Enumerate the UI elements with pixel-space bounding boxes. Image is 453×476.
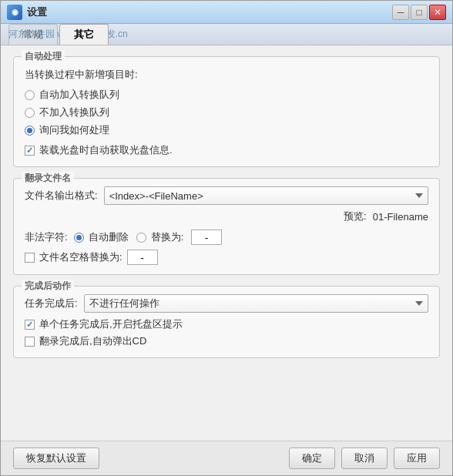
minimize-button[interactable]: ─ bbox=[392, 5, 409, 20]
main-window: ◉ 设置 ─ □ ✕ 常规 其它 河东软件园 www.pc0.转发.cn 自动处… bbox=[0, 0, 453, 476]
filename-format-label: 文件名输出格式: bbox=[25, 189, 98, 203]
filename-section: 翻录文件名 文件名输出格式: <Index>-<FileName> 预览: 01… bbox=[13, 178, 440, 275]
auto-process-label: 当转换过程中新增项目时: bbox=[25, 68, 428, 82]
filename-format-row: 文件名输出格式: <Index>-<FileName> bbox=[25, 186, 428, 205]
checkbox-auto-disc-info-box bbox=[25, 146, 35, 156]
illegal-char-label: 非法字符: bbox=[25, 230, 68, 244]
task-complete-dropdown[interactable]: 不进行任何操作 bbox=[84, 294, 428, 313]
after-task-title: 完成后动作 bbox=[22, 280, 74, 293]
radio-replace-circle bbox=[136, 233, 146, 243]
title-bar-right: ─ □ ✕ bbox=[392, 5, 446, 20]
radio-ask[interactable]: 询问我如何处理 bbox=[25, 123, 428, 137]
restore-defaults-button[interactable]: 恢复默认设置 bbox=[13, 448, 99, 469]
title-bar-left: ◉ 设置 bbox=[7, 5, 47, 20]
window-title: 设置 bbox=[27, 5, 47, 19]
task-complete-row: 任务完成后: 不进行任何操作 bbox=[25, 294, 428, 313]
radio-no-add-circle bbox=[25, 108, 35, 118]
radio-auto-add-label: 自动加入转换队列 bbox=[39, 88, 119, 102]
checkbox-tray-tip-label: 单个任务完成后,开启托盘区提示 bbox=[39, 317, 183, 331]
auto-process-section: 自动处理 当转换过程中新增项目时: 自动加入转换队列 不加入转换队列 询问我如何… bbox=[13, 56, 440, 167]
task-complete-label: 任务完成后: bbox=[25, 297, 78, 310]
close-button[interactable]: ✕ bbox=[429, 5, 446, 20]
radio-auto-delete[interactable]: 自动删除 bbox=[74, 230, 129, 244]
checkbox-eject-cd-box bbox=[25, 337, 35, 347]
maximize-button[interactable]: □ bbox=[411, 5, 428, 20]
task-complete-dropdown-arrow bbox=[415, 301, 423, 306]
radio-no-add-label: 不加入转换队列 bbox=[39, 106, 109, 119]
illegal-char-options: 自动删除 替换为: bbox=[74, 230, 223, 245]
checkbox-auto-disc-info-label: 装载光盘时自动获取光盘信息. bbox=[39, 143, 173, 157]
auto-process-radio-group: 自动加入转换队列 不加入转换队列 询问我如何处理 bbox=[25, 88, 428, 137]
content-area: 自动处理 当转换过程中新增项目时: 自动加入转换队列 不加入转换队列 询问我如何… bbox=[1, 45, 452, 441]
radio-auto-delete-circle bbox=[74, 233, 84, 243]
title-bar: ◉ 设置 ─ □ ✕ bbox=[1, 1, 452, 24]
checkbox-tray-tip-box bbox=[25, 320, 35, 330]
checkbox-auto-disc-info[interactable]: 装载光盘时自动获取光盘信息. bbox=[25, 143, 428, 157]
checkbox-space-replace[interactable]: 文件名空格替换为: bbox=[25, 250, 428, 265]
after-task-section: 完成后动作 任务完成后: 不进行任何操作 单个任务完成后,开启托盘区提示 翻录完… bbox=[13, 286, 440, 358]
auto-process-title: 自动处理 bbox=[22, 50, 65, 63]
illegal-char-row: 非法字符: 自动删除 替换为: bbox=[25, 230, 428, 245]
radio-no-add[interactable]: 不加入转换队列 bbox=[25, 106, 428, 119]
checkbox-tray-tip[interactable]: 单个任务完成后,开启托盘区提示 bbox=[25, 317, 428, 331]
radio-auto-add[interactable]: 自动加入转换队列 bbox=[25, 88, 428, 102]
ok-button[interactable]: 确定 bbox=[289, 448, 335, 469]
filename-preview-row: 预览: 01-Filename bbox=[25, 210, 428, 223]
filename-format-value: <Index>-<FileName> bbox=[109, 190, 203, 202]
radio-replace[interactable]: 替换为: bbox=[136, 230, 184, 244]
cancel-button[interactable]: 取消 bbox=[341, 448, 388, 469]
radio-auto-add-circle bbox=[25, 90, 35, 100]
task-complete-value: 不进行任何操作 bbox=[89, 297, 159, 310]
filename-preview-value: 01-Filename bbox=[373, 211, 428, 223]
tab-general[interactable]: 常规 bbox=[8, 24, 58, 45]
checkbox-space-replace-label: 文件名空格替换为: bbox=[39, 250, 122, 264]
checkbox-eject-cd-label: 翻录完成后,自动弹出CD bbox=[39, 334, 146, 348]
space-replace-input[interactable] bbox=[127, 250, 158, 265]
checkbox-space-replace-box bbox=[25, 253, 35, 263]
radio-replace-label: 替换为: bbox=[151, 230, 184, 244]
filename-preview-label: 预览: bbox=[344, 210, 367, 223]
checkbox-eject-cd[interactable]: 翻录完成后,自动弹出CD bbox=[25, 334, 428, 348]
filename-section-title: 翻录文件名 bbox=[22, 172, 74, 185]
filename-format-dropdown-arrow bbox=[415, 193, 423, 198]
bottom-bar: 恢复默认设置 确定 取消 应用 bbox=[1, 441, 452, 475]
filename-format-dropdown[interactable]: <Index>-<FileName> bbox=[104, 186, 428, 205]
apply-button[interactable]: 应用 bbox=[394, 448, 440, 469]
app-icon: ◉ bbox=[7, 5, 22, 20]
tab-bar: 常规 其它 河东软件园 www.pc0.转发.cn bbox=[1, 24, 452, 45]
tab-other[interactable]: 其它 bbox=[59, 24, 109, 45]
radio-ask-label: 询问我如何处理 bbox=[39, 123, 109, 137]
replace-input[interactable] bbox=[191, 230, 222, 245]
radio-ask-circle bbox=[25, 126, 35, 136]
radio-auto-delete-label: 自动删除 bbox=[89, 230, 129, 244]
